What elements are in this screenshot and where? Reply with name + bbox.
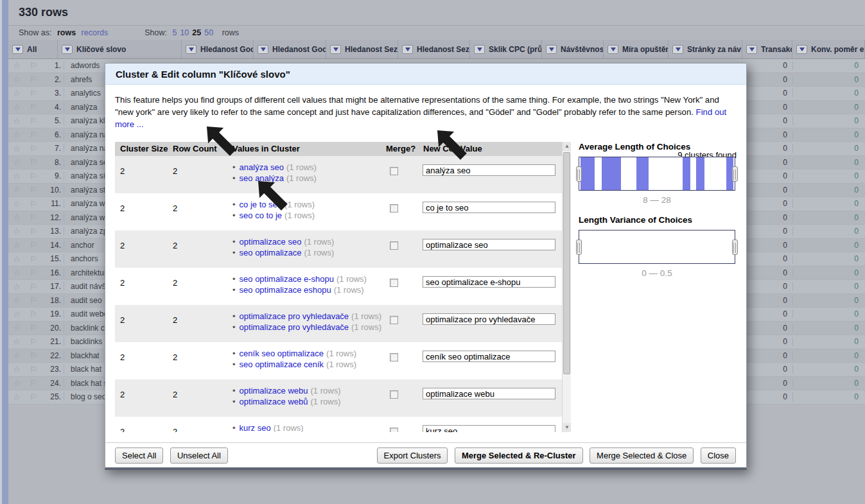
- show-as-rows-toggle[interactable]: rows: [57, 28, 76, 37]
- column-dropdown-button[interactable]: [330, 45, 341, 54]
- column-dropdown-button[interactable]: [62, 45, 73, 54]
- flag-icon[interactable]: ⚐: [25, 102, 42, 112]
- range-slider-left-handle[interactable]: [576, 239, 582, 255]
- show-as-records-toggle[interactable]: records: [82, 28, 109, 37]
- star-icon[interactable]: ☆: [8, 282, 25, 291]
- new-cell-value-input[interactable]: [423, 164, 555, 176]
- flag-icon[interactable]: ⚐: [25, 365, 42, 374]
- close-button[interactable]: Close: [701, 448, 736, 464]
- merge-checkbox[interactable]: [390, 353, 398, 361]
- star-icon[interactable]: ☆: [8, 268, 25, 277]
- new-cell-value-input[interactable]: [423, 239, 555, 250]
- scroll-down-icon[interactable]: ▼: [563, 423, 571, 432]
- column-dropdown-button[interactable]: [796, 45, 807, 54]
- merge-close-button[interactable]: Merge Selected & Close: [590, 448, 694, 464]
- cluster-value-link[interactable]: ceník seo optimalizace: [240, 349, 324, 358]
- page-size-10[interactable]: 10: [180, 28, 189, 37]
- star-icon[interactable]: ☆: [8, 157, 25, 167]
- merge-checkbox[interactable]: [390, 428, 398, 432]
- flag-icon[interactable]: ⚐: [25, 268, 42, 277]
- range-slider-right-handle[interactable]: [732, 239, 738, 255]
- flag-icon[interactable]: ⚐: [25, 157, 42, 167]
- cluster-value-link[interactable]: optimalizace webů: [240, 397, 308, 406]
- cluster-value-link[interactable]: seo optimalizace eshopu: [240, 285, 331, 295]
- star-icon[interactable]: ☆: [8, 254, 25, 264]
- range-slider-left-handle[interactable]: [576, 166, 582, 182]
- flag-icon[interactable]: ⚐: [25, 144, 42, 153]
- star-icon[interactable]: ☆: [8, 116, 25, 126]
- merge-checkbox[interactable]: [390, 167, 398, 175]
- star-icon[interactable]: ☆: [8, 199, 25, 209]
- star-icon[interactable]: ☆: [8, 213, 25, 222]
- flag-icon[interactable]: ⚐: [25, 392, 42, 402]
- new-cell-value-input[interactable]: [423, 276, 555, 288]
- new-cell-value-input[interactable]: [423, 425, 555, 432]
- new-cell-value-input[interactable]: [423, 313, 555, 325]
- merge-checkbox[interactable]: [390, 204, 398, 213]
- star-icon[interactable]: ☆: [8, 185, 25, 195]
- page-size-25[interactable]: 25: [192, 28, 201, 37]
- column-dropdown-button[interactable]: [672, 45, 683, 54]
- column-dropdown-button[interactable]: [607, 45, 618, 54]
- star-icon[interactable]: ☆: [8, 102, 25, 112]
- cluster-value-link[interactable]: kurz seo: [240, 423, 271, 432]
- cluster-value-link[interactable]: seo optimalizace: [240, 248, 302, 257]
- cluster-value-link[interactable]: seo optimalizace ceník: [240, 360, 324, 369]
- flag-icon[interactable]: ⚐: [25, 323, 42, 333]
- flag-icon[interactable]: ⚐: [25, 309, 42, 319]
- flag-icon[interactable]: ⚐: [25, 240, 42, 250]
- cluster-value-link[interactable]: optimalizace pro vyhledávače: [240, 322, 349, 332]
- star-icon[interactable]: ☆: [8, 130, 25, 139]
- star-icon[interactable]: ☆: [8, 144, 25, 153]
- flag-icon[interactable]: ⚐: [25, 199, 42, 209]
- flag-icon[interactable]: ⚐: [25, 295, 42, 305]
- column-dropdown-button[interactable]: [474, 45, 485, 54]
- flag-icon[interactable]: ⚐: [25, 116, 42, 126]
- page-size-50[interactable]: 50: [204, 28, 213, 37]
- flag-icon[interactable]: ⚐: [25, 254, 42, 264]
- star-icon[interactable]: ☆: [8, 365, 25, 374]
- new-cell-value-input[interactable]: [423, 388, 555, 399]
- merge-checkbox[interactable]: [390, 390, 398, 399]
- flag-icon[interactable]: ⚐: [25, 171, 42, 181]
- merge-checkbox[interactable]: [390, 279, 398, 287]
- scrollbar-thumb[interactable]: [563, 152, 570, 374]
- flag-icon[interactable]: ⚐: [25, 61, 42, 71]
- merge-checkbox[interactable]: [390, 316, 398, 324]
- cluster-value-link[interactable]: optimalizace webu: [240, 386, 308, 395]
- star-icon[interactable]: ☆: [8, 309, 25, 319]
- scroll-up-icon[interactable]: ▲: [563, 142, 571, 151]
- cluster-value-link[interactable]: analýza seo: [240, 162, 284, 172]
- flag-icon[interactable]: ⚐: [25, 378, 42, 388]
- new-cell-value-input[interactable]: [423, 351, 555, 362]
- star-icon[interactable]: ☆: [8, 378, 25, 388]
- merge-recluster-button[interactable]: Merge Selected & Re-Cluster: [455, 448, 583, 464]
- flag-icon[interactable]: ⚐: [25, 351, 42, 360]
- flag-icon[interactable]: ⚐: [25, 185, 42, 195]
- column-dropdown-button[interactable]: [258, 45, 268, 54]
- star-icon[interactable]: ☆: [8, 392, 25, 402]
- star-icon[interactable]: ☆: [8, 74, 25, 84]
- page-size-5[interactable]: 5: [172, 28, 177, 37]
- star-icon[interactable]: ☆: [8, 351, 25, 360]
- star-icon[interactable]: ☆: [8, 89, 25, 98]
- star-icon[interactable]: ☆: [8, 337, 25, 347]
- range-slider-right-handle[interactable]: [732, 166, 738, 182]
- column-dropdown-button[interactable]: [12, 45, 23, 54]
- new-cell-value-input[interactable]: [423, 202, 555, 213]
- flag-icon[interactable]: ⚐: [25, 130, 42, 139]
- star-icon[interactable]: ☆: [8, 295, 25, 305]
- column-dropdown-button[interactable]: [546, 45, 557, 54]
- merge-checkbox[interactable]: [390, 241, 398, 250]
- flag-icon[interactable]: ⚐: [25, 89, 42, 98]
- star-icon[interactable]: ☆: [8, 61, 25, 71]
- column-dropdown-button[interactable]: [746, 45, 757, 54]
- star-icon[interactable]: ☆: [8, 171, 25, 181]
- flag-icon[interactable]: ⚐: [25, 213, 42, 222]
- unselect-all-button[interactable]: Unselect All: [170, 448, 228, 464]
- cluster-scrollbar[interactable]: ▲ ▼: [562, 142, 571, 432]
- flag-icon[interactable]: ⚐: [25, 337, 42, 347]
- cluster-value-link[interactable]: optimalizace pro vyhledavače: [240, 311, 349, 321]
- star-icon[interactable]: ☆: [8, 227, 25, 236]
- flag-icon[interactable]: ⚐: [25, 227, 42, 236]
